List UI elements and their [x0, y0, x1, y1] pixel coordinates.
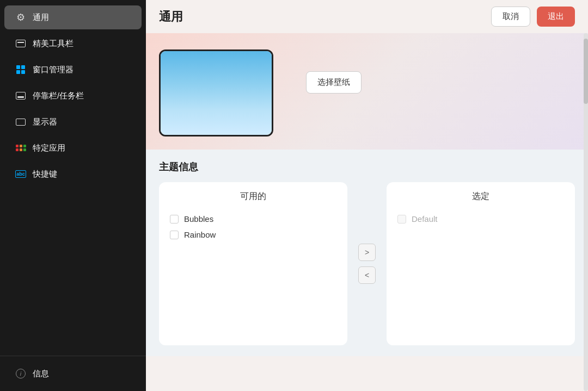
choose-wallpaper-button[interactable]: 选择壁纸	[306, 71, 362, 94]
theme-panels: 可用的 Bubbles Rainbow > <	[159, 182, 575, 345]
sidebar-item-general[interactable]: ⚙ 通用	[4, 5, 142, 29]
sidebar-item-wm[interactable]: 窗口管理器	[4, 58, 142, 82]
wm-icon	[15, 64, 26, 75]
sidebar-item-toolbar[interactable]: 精美工具栏	[4, 32, 142, 55]
sidebar-item-apps[interactable]: 特定应用	[4, 136, 142, 160]
transfer-back-button[interactable]: <	[358, 266, 376, 284]
selected-panel: 选定 Default	[387, 182, 575, 345]
theme-section: 主题信息 可用的 Bubbles Rainbow >	[146, 150, 588, 356]
list-item: Rainbow	[168, 227, 339, 243]
rainbow-label: Rainbow	[184, 230, 216, 239]
sidebar-item-shortcuts[interactable]: abc 快捷键	[4, 162, 142, 186]
page-title: 通用	[159, 9, 183, 25]
bubbles-label: Bubbles	[184, 214, 213, 224]
header: 通用 取消 退出	[146, 0, 588, 33]
sidebar-item-label: 特定应用	[33, 143, 65, 153]
scrollbar-thumb[interactable]	[584, 39, 588, 104]
sidebar-item-display[interactable]: 显示器	[4, 110, 142, 134]
sidebar-item-label: 停靠栏/任务栏	[33, 91, 84, 101]
sidebar-item-label: 窗口管理器	[33, 65, 74, 75]
sidebar: ⚙ 通用 精美工具栏 窗口管理器 停靠栏/任务栏	[0, 0, 146, 391]
apps-icon	[15, 142, 26, 153]
sidebar-item-label: 信息	[33, 369, 49, 379]
selected-panel-title: 选定	[395, 191, 566, 202]
wallpaper-image	[161, 51, 272, 135]
info-icon: i	[15, 368, 26, 379]
sidebar-item-label: 快捷键	[33, 169, 57, 179]
list-item: Default	[395, 211, 566, 227]
transfer-forward-button[interactable]: >	[358, 244, 376, 261]
rainbow-checkbox[interactable]	[170, 231, 179, 239]
available-panel: 可用的 Bubbles Rainbow	[159, 182, 347, 345]
sidebar-item-label: 精美工具栏	[33, 39, 74, 49]
sidebar-item-info[interactable]: i 信息	[4, 362, 142, 386]
wallpaper-preview	[159, 49, 273, 136]
main-content: 通用 取消 退出 选择壁纸 主题信息 可用的	[146, 0, 588, 391]
shortcuts-icon: abc	[15, 169, 26, 179]
toolbar-icon	[15, 38, 26, 49]
content-area: 选择壁纸 主题信息 可用的 Bubbles	[146, 33, 588, 391]
exit-button[interactable]: 退出	[537, 7, 575, 27]
scrollbar-track	[584, 33, 588, 391]
bubbles-checkbox[interactable]	[170, 215, 179, 224]
gear-icon: ⚙	[15, 12, 26, 23]
sidebar-item-dock[interactable]: 停靠栏/任务栏	[4, 84, 142, 108]
list-item: Bubbles	[168, 211, 339, 227]
sidebar-item-label: 通用	[33, 13, 49, 23]
display-icon	[15, 116, 26, 127]
transfer-buttons: > <	[356, 182, 378, 345]
sidebar-item-label: 显示器	[33, 117, 57, 127]
default-label: Default	[412, 214, 438, 224]
default-checkbox[interactable]	[397, 215, 406, 224]
theme-section-title: 主题信息	[159, 160, 575, 173]
header-actions: 取消 退出	[491, 7, 575, 27]
cancel-button[interactable]: 取消	[491, 7, 530, 27]
wallpaper-section: 选择壁纸	[146, 33, 588, 150]
dock-icon	[15, 90, 26, 101]
wallpaper-actions: 选择壁纸	[295, 44, 575, 94]
available-panel-title: 可用的	[168, 191, 339, 202]
